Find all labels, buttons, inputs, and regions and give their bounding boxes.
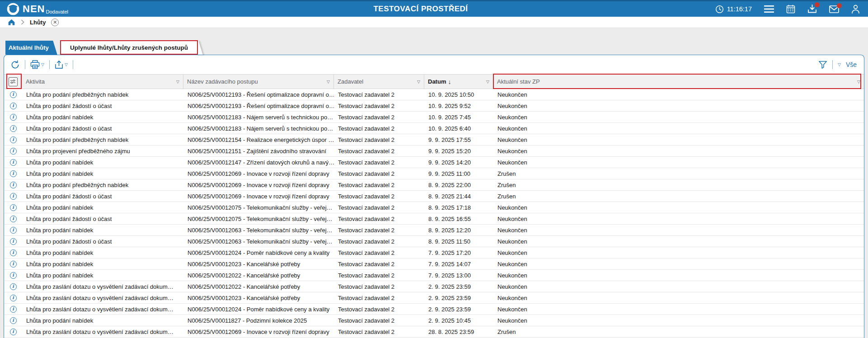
user-icon[interactable] [851, 5, 860, 14]
cell-activity: Lhůta pro podání nabídek [22, 317, 183, 324]
tab-expired-deadlines[interactable]: Uplynulé lhůty/Lhůty zrušených postupů [61, 41, 197, 55]
table-row[interactable]: i Lhůta pro podání předběžných nabídek N… [4, 89, 864, 100]
chevron-down-icon[interactable]: ▽ [838, 62, 841, 67]
cell-date: 10. 9. 2025 7:45 [424, 114, 493, 121]
calendar-icon[interactable] [786, 5, 795, 14]
filter-chevron-icon[interactable]: ▽ [417, 80, 420, 84]
tab-label: Aktuální lhůty [9, 44, 49, 51]
table-row[interactable]: i Lhůta pro zaslání dotazu o vysvětlení … [4, 292, 864, 304]
info-icon[interactable]: i [10, 159, 17, 166]
table-row[interactable]: i Lhůta pro zaslání dotazu o vysvětlení … [4, 326, 864, 338]
table-row[interactable]: i Lhůta pro zaslání dotazu o vysvětlení … [4, 304, 864, 315]
cell-procedure: N006/25/V00012193 - Řešení optimalizace … [183, 103, 334, 109]
info-icon[interactable]: i [10, 216, 17, 222]
cell-activity: Lhůta pro podání žádostí o účast [22, 216, 183, 222]
app-logo[interactable]: NEN Dodavatel [0, 2, 68, 16]
column-label: Datum [428, 78, 446, 85]
filter-chevron-icon[interactable]: ▽ [176, 80, 179, 84]
download-tray-icon[interactable] [807, 5, 817, 14]
cell-status: Neukončen [493, 136, 864, 143]
table-row[interactable]: i Lhůta pro podání nabídek N006/25/V0001… [4, 258, 864, 270]
info-icon[interactable]: i [10, 136, 17, 143]
table-row[interactable]: i Lhůta pro podání žádostí o účast N006/… [4, 123, 864, 134]
export-button[interactable]: ▽ [55, 60, 68, 69]
info-icon[interactable]: i [10, 238, 17, 245]
tab-slant-decoration [192, 41, 202, 55]
chevron-down-icon[interactable]: ▽ [41, 62, 44, 67]
info-icon[interactable]: i [10, 317, 17, 324]
filter-chevron-icon[interactable]: ▽ [486, 80, 489, 84]
print-button[interactable]: ▽ [30, 60, 44, 69]
column-header-stav-zp[interactable]: Aktuální stav ZP ▽ [493, 75, 864, 89]
info-icon[interactable]: i [10, 193, 17, 200]
envelope-icon[interactable] [829, 5, 839, 13]
info-icon[interactable]: i [10, 261, 17, 268]
table-row[interactable]: i Lhůta pro projevení předběžného zájmu … [4, 146, 864, 157]
cell-status: Neukončen [493, 249, 864, 256]
table-row[interactable]: i Lhůta pro podání žádostí o účast N006/… [4, 100, 864, 112]
cell-authority: Testovací zadavatel 2 [334, 238, 424, 245]
cell-status: Neukončen [493, 272, 864, 279]
cell-procedure: N006/25/V00012063 - Telekomunikační služ… [183, 227, 334, 234]
cell-date: 10. 9. 2025 9:52 [424, 103, 493, 109]
info-icon[interactable]: i [10, 272, 17, 279]
close-circle-icon[interactable]: ✕ [51, 19, 59, 26]
filter-chevron-icon[interactable]: ▽ [327, 80, 330, 84]
column-label: Název zadávacího postupu [187, 78, 258, 85]
info-icon[interactable]: i [10, 306, 17, 313]
table-row[interactable]: i Lhůta pro podání žádostí o účast N006/… [4, 236, 864, 247]
funnel-icon[interactable] [818, 60, 827, 69]
cell-procedure: N006/25/V00012024 - Poměr nabídkové ceny… [183, 249, 334, 256]
column-header-zadavatel[interactable]: Zadavatel ▽ [334, 75, 424, 89]
column-header-nazev[interactable]: Název zadávacího postupu ▽ [183, 75, 334, 89]
info-icon[interactable]: i [10, 204, 17, 211]
cell-date: 8. 9. 2025 22:00 [424, 182, 493, 188]
cell-authority: Testovací zadavatel 2 [334, 148, 424, 155]
info-icon[interactable]: i [10, 114, 17, 121]
cell-date: 9. 9. 2025 11:00 [424, 170, 493, 177]
table-row[interactable]: i Lhůta pro podání nabídek N006/25/V0001… [4, 270, 864, 281]
info-icon[interactable]: i [10, 329, 17, 335]
filter-chevron-icon[interactable]: ▽ [857, 80, 860, 84]
refresh-icon[interactable] [10, 60, 20, 70]
column-settings-icon[interactable] [9, 77, 18, 86]
table-row[interactable]: i Lhůta pro zaslání dotazu o vysvětlení … [4, 281, 864, 292]
cell-activity: Lhůta pro zaslání dotazu o vysvětlení za… [22, 306, 183, 313]
table-row[interactable]: i Lhůta pro podání předběžných nabídek N… [4, 179, 864, 191]
table-row[interactable]: i Lhůta pro podání žádostí o účast N006/… [4, 213, 864, 225]
table-row[interactable]: i Lhůta pro podání nabídek N006/25/V0001… [4, 315, 864, 326]
cell-date: 9. 9. 2025 15:20 [424, 148, 493, 155]
info-icon[interactable]: i [10, 283, 17, 290]
table-row[interactable]: i Lhůta pro podání nabídek N006/25/V0001… [4, 202, 864, 213]
table-row[interactable]: i Lhůta pro podání nabídek N006/25/V0001… [4, 225, 864, 236]
table-row[interactable]: i Lhůta pro podání nabídek N006/25/V0001… [4, 247, 864, 258]
info-icon[interactable]: i [10, 249, 17, 256]
cell-date: 7. 9. 2025 13:00 [424, 272, 493, 279]
tab-current-deadlines[interactable]: Aktuální lhůty [5, 41, 52, 55]
info-icon[interactable]: i [10, 227, 17, 234]
info-icon[interactable]: i [10, 148, 17, 155]
chevron-down-icon[interactable]: ▽ [65, 62, 68, 67]
table-row[interactable]: i Lhůta pro podání nabídek N006/25/V0001… [4, 157, 864, 168]
column-header-datum[interactable]: Datum ↓ ▽ [424, 75, 493, 89]
hamburger-menu-icon[interactable] [764, 5, 774, 13]
home-icon[interactable] [8, 19, 15, 26]
toolbar-separator [832, 60, 833, 69]
info-icon[interactable]: i [10, 295, 17, 301]
table-row[interactable]: i Lhůta pro podání žádostí o účast N006/… [4, 191, 864, 202]
messages-badge [837, 3, 842, 8]
table-row[interactable]: i Lhůta pro podání nabídek N006/25/V0001… [4, 112, 864, 123]
cell-date: 8. 9. 2025 11:50 [424, 238, 493, 245]
info-icon[interactable]: i [10, 170, 17, 177]
column-header-aktivita[interactable]: Aktivita ▽ [22, 75, 183, 89]
info-icon[interactable]: i [10, 125, 17, 132]
info-icon[interactable]: i [10, 182, 17, 188]
table-row[interactable]: i Lhůta pro podání předběžných nabídek N… [4, 134, 864, 146]
tab-bar: Aktuální lhůty Uplynulé lhůty/Lhůty zruš… [5, 41, 868, 55]
info-icon[interactable]: i [10, 103, 17, 109]
toolbar-separator [73, 60, 73, 69]
environment-title: TESTOVACÍ PROSTŘEDÍ [373, 5, 468, 14]
table-row[interactable]: i Lhůta pro podání nabídek N006/25/V0001… [4, 168, 864, 179]
filter-all-button[interactable]: Vše [846, 61, 857, 68]
info-icon[interactable]: i [10, 91, 17, 98]
